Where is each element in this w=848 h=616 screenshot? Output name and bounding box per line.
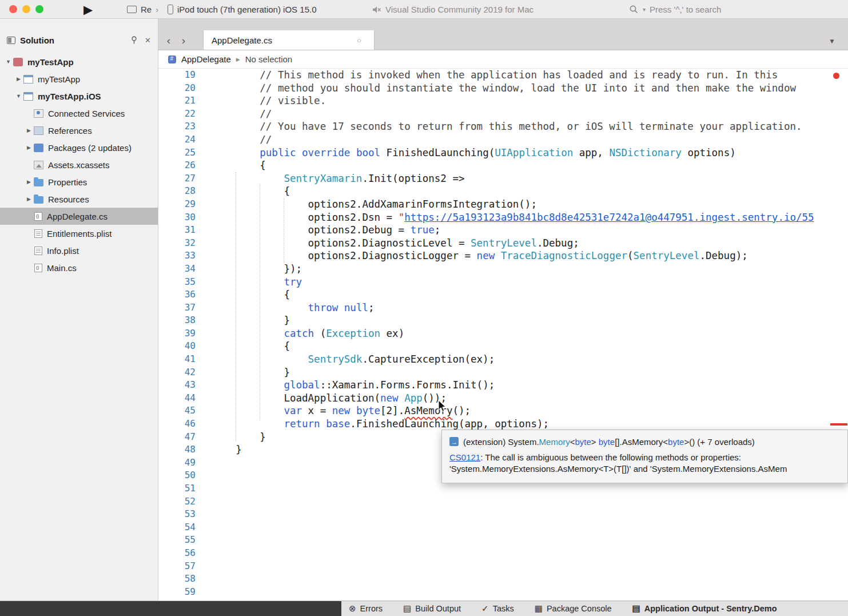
error-code-link[interactable]: CS0121 [449,452,480,462]
line-number[interactable]: 22 [158,108,201,121]
code-line[interactable]: 19 // This method is invoked when the ap… [158,69,848,82]
code-line[interactable]: 24 // [158,133,848,146]
code-line[interactable]: 31 options2.Debug = true; [158,224,848,237]
line-number[interactable]: 53 [158,508,201,521]
chevron-right-icon[interactable]: ▶ [24,196,34,202]
close-icon[interactable]: ✕ [145,36,151,45]
code-line[interactable]: 29 options2.AddXamarinFormsIntegration()… [158,198,848,211]
line-number[interactable]: 55 [158,534,201,547]
code-line[interactable]: 23 // You have 17 seconds to return from… [158,120,848,133]
line-number[interactable]: 23 [158,120,201,133]
tree-item-properties[interactable]: ▶Properties [0,173,158,190]
tree-item-main-cs[interactable]: Main.cs [0,259,158,276]
code-line[interactable]: 43 global::Xamarin.Forms.Forms.Init(); [158,379,848,392]
statusbar-package-console[interactable]: ▦Package Console [535,603,612,614]
code-editor[interactable]: 19 // This method is invoked when the ap… [158,69,848,601]
line-number[interactable]: 42 [158,366,201,379]
line-number[interactable]: 48 [158,443,201,456]
code-line[interactable]: 53 [158,508,848,521]
run-button[interactable]: ▶ [83,1,93,18]
line-number[interactable]: 43 [158,379,201,392]
chevron-right-icon[interactable]: ▶ [24,128,34,133]
code-line[interactable]: 32 options2.DiagnosticLevel = SentryLeve… [158,237,848,250]
tree-item-resources[interactable]: ▶Resources [0,190,158,208]
chevron-down-icon[interactable]: ▼ [14,93,23,99]
code-line[interactable]: 55 [158,534,848,547]
modified-indicator-icon[interactable]: ○ [357,36,361,45]
breadcrumb-selection[interactable]: No selection [245,54,293,64]
line-number[interactable]: 54 [158,521,201,534]
tree-item-assets-xcassets[interactable]: Assets.xcassets [0,156,158,173]
chevron-down-icon[interactable]: ▼ [3,59,13,65]
line-number[interactable]: 58 [158,573,201,586]
code-line[interactable]: 34 }); [158,263,848,276]
breadcrumb-class[interactable]: AppDelegate [181,54,231,64]
line-number[interactable]: 19 [158,69,201,82]
tree-item-appdelegate-cs[interactable]: AppDelegate.cs [0,208,158,225]
line-number[interactable]: 34 [158,263,201,276]
line-number[interactable]: 25 [158,146,201,160]
tree-item-entitlements-plist[interactable]: Entitlements.plist [0,225,158,242]
code-line[interactable]: 25 public override bool FinishedLaunchin… [158,146,848,160]
line-number[interactable]: 29 [158,198,201,211]
tab-appdelegate-cs[interactable]: AppDelegate.cs ○ [203,30,375,50]
line-number[interactable]: 57 [158,560,201,573]
tree-item-packages-2-updates[interactable]: ▶Packages (2 updates) [0,139,158,156]
tree-item-mytestapp-ios[interactable]: ▼myTestApp.iOS [0,88,158,105]
line-number[interactable]: 49 [158,456,201,470]
code-line[interactable]: 21 // visible. [158,94,848,108]
line-number[interactable]: 38 [158,314,201,327]
minimize-window-button[interactable] [22,5,30,13]
code-line[interactable]: 45 var x = new byte[2].AsMemory(); [158,404,848,418]
line-number[interactable]: 20 [158,82,201,95]
tree-item-mytestapp[interactable]: ▶myTestApp [0,70,158,88]
code-line[interactable]: 40 { [158,340,848,353]
code-line[interactable]: 38 } [158,314,848,327]
line-number[interactable]: 21 [158,94,201,108]
search-field[interactable]: ▾ Press '^,' to search [629,0,721,19]
line-number[interactable]: 50 [158,469,201,482]
code-line[interactable]: 51 [158,482,848,495]
code-line[interactable]: 28 { [158,185,848,198]
chevron-right-icon[interactable]: ▶ [24,179,34,185]
code-line[interactable]: 35 try [158,276,848,289]
line-number[interactable]: 28 [158,185,201,198]
code-line[interactable]: 44 LoadApplication(new App()); [158,392,848,405]
line-number[interactable]: 27 [158,172,201,185]
tree-item-references[interactable]: ▶References [0,122,158,139]
code-line[interactable]: 57 [158,560,848,573]
line-number[interactable]: 46 [158,418,201,431]
tree-item-info-plist[interactable]: Info.plist [0,242,158,259]
code-line[interactable]: 58 [158,573,848,586]
line-number[interactable]: 35 [158,276,201,289]
line-number[interactable]: 45 [158,404,201,418]
line-number[interactable]: 31 [158,224,201,237]
line-number[interactable]: 51 [158,482,201,495]
sentry-dsn-link[interactable]: https://5a193123a9b841bc8d8e42531e7242a1… [404,212,814,223]
close-window-button[interactable] [9,5,17,13]
line-number[interactable]: 56 [158,547,201,560]
line-number[interactable]: 59 [158,586,201,599]
navigate-back-button[interactable]: ‹ [163,34,174,47]
line-number[interactable]: 36 [158,288,201,301]
statusbar-errors[interactable]: ⊗Errors [349,603,383,614]
chevron-right-icon[interactable]: ▶ [24,145,34,150]
code-line[interactable]: 37 throw null; [158,301,848,315]
line-number[interactable]: 37 [158,301,201,315]
statusbar-build-output[interactable]: ▤Build Output [403,603,461,614]
pin-icon[interactable] [130,36,138,44]
line-number[interactable]: 33 [158,249,201,263]
device-selector[interactable]: iPod touch (7th generation) iOS 15.0 [168,0,317,19]
line-number[interactable]: 26 [158,159,201,172]
tree-item-mytestapp[interactable]: ▼myTestApp [0,53,158,70]
code-line[interactable]: 26 { [158,159,848,172]
code-line[interactable]: 39 catch (Exception ex) [158,327,848,340]
line-number[interactable]: 32 [158,237,201,250]
code-line[interactable]: 59 [158,586,848,599]
code-line[interactable]: 56 [158,547,848,560]
code-line[interactable]: 36 { [158,288,848,301]
line-number[interactable]: 41 [158,353,201,366]
navigate-forward-button[interactable]: › [178,34,189,47]
code-line[interactable]: 41 SentrySdk.CaptureException(ex); [158,353,848,366]
line-number[interactable]: 47 [158,431,201,444]
